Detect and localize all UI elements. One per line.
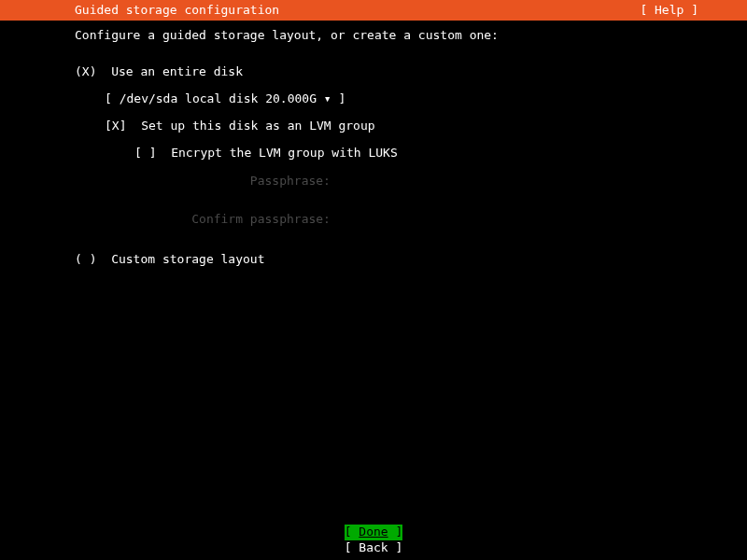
custom-layout-label: Custom storage layout [111,252,264,266]
lvm-checkbox[interactable]: [X] [105,119,126,133]
disk-selector-value: /dev/sda local disk 20.000G [120,91,317,105]
back-button[interactable]: [ Back ] [345,540,403,556]
passphrase-row: Passphrase: [75,174,747,189]
title-bar: Guided storage configuration [ Help ] [0,0,747,21]
passphrase-label: Passphrase: [250,174,331,188]
back-label: Back [359,540,388,554]
lvm-label: Set up this disk as an LVM group [141,119,374,133]
intro-text: Configure a guided storage layout, or cr… [75,28,747,44]
chevron-down-icon: ▾ [317,91,338,105]
page-title: Guided storage configuration [0,3,279,19]
custom-layout-radio[interactable]: ( ) [75,252,96,266]
bracket-close: ] [338,91,345,105]
confirm-passphrase-label: Confirm passphrase: [191,212,331,226]
luks-label: Encrypt the LVM group with LUKS [171,146,398,160]
lvm-option[interactable]: [X] Set up this disk as an LVM group [75,119,747,134]
footer: [ Done ] [ Back ] [0,525,747,556]
confirm-passphrase-row: Confirm passphrase: [75,212,747,228]
done-label: Done [359,525,388,539]
done-button[interactable]: [ Done ] [345,525,403,540]
disk-selector[interactable]: [ /dev/sda local disk 20.000G ▾ ] [105,91,345,105]
help-button[interactable]: [ Help ] [640,3,747,19]
luks-checkbox[interactable]: [ ] [134,146,156,160]
bracket-open: [ [105,91,120,105]
luks-option[interactable]: [ ] Encrypt the LVM group with LUKS [75,146,747,161]
custom-layout-option[interactable]: ( ) Custom storage layout [75,252,747,268]
entire-disk-label: Use an entire disk [111,64,243,78]
main-content: Configure a guided storage layout, or cr… [0,21,747,268]
entire-disk-radio[interactable]: (X) [75,64,96,78]
entire-disk-option[interactable]: (X) Use an entire disk [75,64,747,80]
disk-selector-row: [ /dev/sda local disk 20.000G ▾ ] [75,91,747,107]
